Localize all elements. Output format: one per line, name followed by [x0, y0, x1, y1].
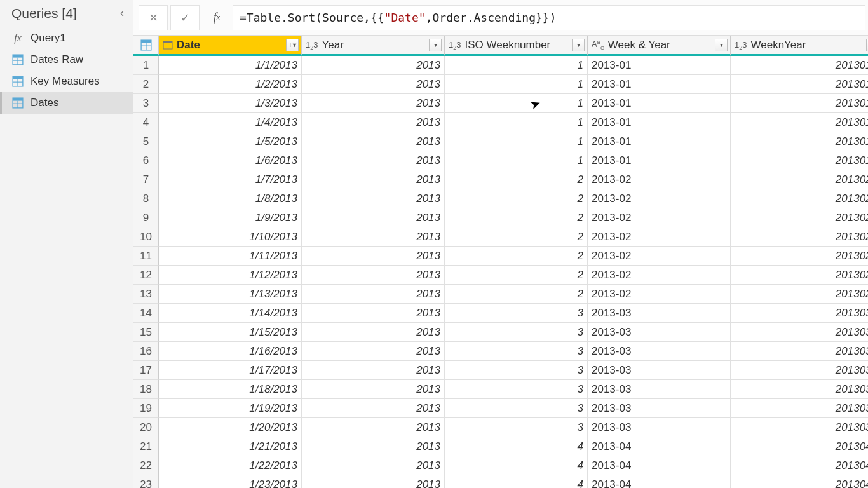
cell[interactable]: 3: [445, 399, 588, 418]
row-number[interactable]: 10: [133, 227, 159, 247]
column-filter-button[interactable]: [429, 39, 442, 51]
cell[interactable]: 2013-01: [588, 75, 731, 94]
row-number[interactable]: 9: [133, 208, 159, 227]
cell[interactable]: 2013: [302, 94, 445, 113]
cell[interactable]: 2013-02: [588, 170, 731, 189]
cell[interactable]: 2013-02: [588, 208, 731, 227]
row-number[interactable]: 22: [133, 456, 159, 475]
cell[interactable]: 1/11/2013: [159, 247, 302, 266]
row-number[interactable]: 5: [133, 132, 159, 151]
cell[interactable]: 2013030: [731, 342, 868, 361]
cell[interactable]: 4: [445, 456, 588, 475]
cell[interactable]: 2013-03: [588, 304, 731, 323]
query-item-dates[interactable]: Dates: [0, 92, 133, 114]
row-number[interactable]: 17: [133, 361, 159, 380]
cell[interactable]: 1/5/2013: [159, 132, 302, 151]
cell[interactable]: 2013-03: [588, 418, 731, 437]
cell[interactable]: 2013-04: [588, 437, 731, 456]
cell[interactable]: 2013030: [731, 323, 868, 342]
cell[interactable]: 1/13/2013: [159, 285, 302, 304]
commit-formula-button[interactable]: ✓: [170, 5, 200, 30]
select-all-corner[interactable]: [133, 36, 159, 56]
cell[interactable]: 2013030: [731, 361, 868, 380]
cell[interactable]: 2013040: [731, 437, 868, 456]
cell[interactable]: 3: [445, 304, 588, 323]
cell[interactable]: 2013040: [731, 456, 868, 475]
cell[interactable]: 1: [445, 75, 588, 94]
cell[interactable]: 2013: [302, 342, 445, 361]
cell[interactable]: 2: [445, 208, 588, 227]
cell[interactable]: 2013: [302, 418, 445, 437]
cell[interactable]: 2013020: [731, 189, 868, 208]
cell[interactable]: 2013020: [731, 208, 868, 227]
cell[interactable]: 2: [445, 189, 588, 208]
cell[interactable]: 1/12/2013: [159, 266, 302, 285]
column-filter-button[interactable]: [286, 39, 299, 51]
cell[interactable]: 2013-01: [588, 151, 731, 170]
cell[interactable]: 1/20/2013: [159, 418, 302, 437]
cell[interactable]: 2: [445, 266, 588, 285]
row-number[interactable]: 15: [133, 323, 159, 342]
formula-input[interactable]: = Table.Sort (Source,{{ "Date" , Order.A…: [233, 5, 865, 30]
data-grid[interactable]: Date123Year123ISO WeeknumberABCWeek & Ye…: [133, 36, 868, 488]
cell[interactable]: 2013: [302, 75, 445, 94]
cell[interactable]: 2013020: [731, 285, 868, 304]
cell[interactable]: 1/21/2013: [159, 437, 302, 456]
cell[interactable]: 1/16/2013: [159, 342, 302, 361]
row-number[interactable]: 1: [133, 56, 159, 75]
cell[interactable]: 1: [445, 113, 588, 132]
column-header-week-year[interactable]: ABCWeek & Year: [588, 36, 731, 56]
query-item-dates-raw[interactable]: Dates Raw: [0, 49, 133, 71]
cell[interactable]: 3: [445, 418, 588, 437]
column-header-date[interactable]: Date: [159, 36, 302, 56]
cell[interactable]: 1/15/2013: [159, 323, 302, 342]
cell[interactable]: 3: [445, 361, 588, 380]
cell[interactable]: 2013010: [731, 56, 868, 75]
cell[interactable]: 2013: [302, 437, 445, 456]
cell[interactable]: 2013040: [731, 475, 868, 488]
cell[interactable]: 2013020: [731, 227, 868, 247]
cell[interactable]: 1/7/2013: [159, 170, 302, 189]
row-number[interactable]: 18: [133, 380, 159, 399]
query-item-key-measures[interactable]: Key Measures: [0, 71, 133, 92]
cell[interactable]: 2013: [302, 266, 445, 285]
cell[interactable]: 2013: [302, 456, 445, 475]
cell[interactable]: 2013010: [731, 132, 868, 151]
row-number[interactable]: 2: [133, 75, 159, 94]
cell[interactable]: 2013: [302, 399, 445, 418]
cell[interactable]: 2013010: [731, 94, 868, 113]
row-number[interactable]: 21: [133, 437, 159, 456]
cell[interactable]: 2013: [302, 227, 445, 247]
cell[interactable]: 2013-02: [588, 285, 731, 304]
cell[interactable]: 2013010: [731, 75, 868, 94]
cell[interactable]: 2013: [302, 475, 445, 488]
cell[interactable]: 1: [445, 56, 588, 75]
cell[interactable]: 2013020: [731, 170, 868, 189]
cell[interactable]: 2: [445, 170, 588, 189]
row-number[interactable]: 7: [133, 170, 159, 189]
cell[interactable]: 2013-02: [588, 227, 731, 247]
cell[interactable]: 1/6/2013: [159, 151, 302, 170]
cell[interactable]: 2013-01: [588, 56, 731, 75]
row-number[interactable]: 11: [133, 247, 159, 266]
cell[interactable]: 2013: [302, 208, 445, 227]
row-number[interactable]: 6: [133, 151, 159, 170]
row-number[interactable]: 23: [133, 475, 159, 488]
cell[interactable]: 2013030: [731, 304, 868, 323]
cell[interactable]: 2013: [302, 151, 445, 170]
row-number[interactable]: 14: [133, 304, 159, 323]
cell[interactable]: 2013-02: [588, 247, 731, 266]
cell[interactable]: 1: [445, 94, 588, 113]
cell[interactable]: 2013-02: [588, 189, 731, 208]
cell[interactable]: 1: [445, 132, 588, 151]
cell[interactable]: 2013: [302, 323, 445, 342]
cell[interactable]: 1/1/2013: [159, 56, 302, 75]
column-header-iso-weeknumber[interactable]: 123ISO Weeknumber: [445, 36, 588, 56]
cell[interactable]: 1/3/2013: [159, 94, 302, 113]
cell[interactable]: 1/18/2013: [159, 380, 302, 399]
cell[interactable]: 2013-02: [588, 266, 731, 285]
cell[interactable]: 2013010: [731, 113, 868, 132]
cell[interactable]: 1/2/2013: [159, 75, 302, 94]
cell[interactable]: 1/9/2013: [159, 208, 302, 227]
row-number[interactable]: 16: [133, 342, 159, 361]
